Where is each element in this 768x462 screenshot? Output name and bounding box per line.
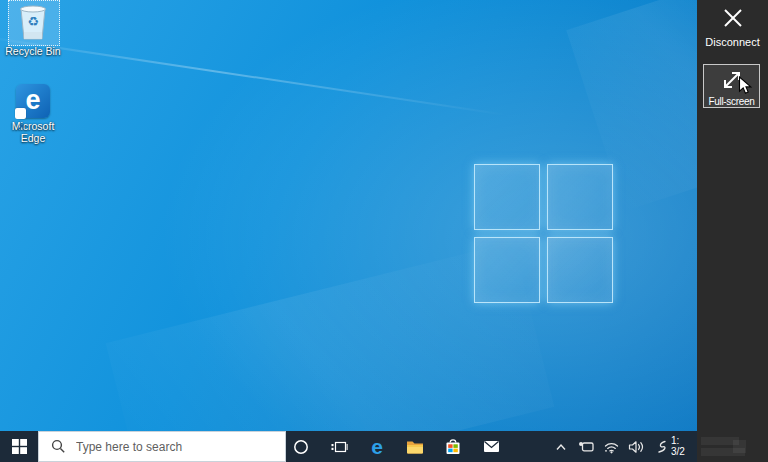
disconnect-label: Disconnect (697, 36, 768, 48)
taskbar-store-button[interactable] (434, 431, 472, 462)
wifi-icon[interactable] (602, 438, 620, 456)
windows-logo-pane (547, 164, 613, 230)
clock-time: 1: (671, 435, 685, 446)
task-view-icon (331, 440, 348, 454)
windows-logo-pane (474, 237, 540, 303)
cortana-icon (293, 439, 309, 455)
windows-start-icon (12, 439, 27, 454)
disconnect-button[interactable]: Disconnect (697, 6, 768, 48)
mouse-cursor (738, 76, 753, 100)
shortcut-arrow-icon (15, 108, 26, 119)
svg-text:♻: ♻ (27, 14, 39, 29)
windows-ink-icon[interactable] (652, 438, 670, 456)
windows-logo-pane (547, 237, 613, 303)
ghost-tray-reflection (733, 440, 746, 453)
close-icon (721, 6, 745, 30)
windows-logo-pane (474, 164, 540, 230)
edge-shortcut-icon: e (16, 84, 50, 118)
desktop-wallpaper (0, 0, 768, 462)
recycle-bin-icon: ♻ (15, 2, 51, 42)
volume-icon[interactable] (627, 438, 645, 456)
file-explorer-icon (406, 439, 424, 454)
clock-date: 3/2 (671, 446, 685, 457)
desktop-icon-label: Microsoft Edge (4, 121, 62, 144)
magnifier-icon (51, 439, 66, 454)
mail-icon (483, 440, 500, 453)
desktop-icon-label: Recycle Bin (0, 46, 66, 58)
microsoft-store-icon (445, 438, 461, 455)
windows-logo-wallpaper (474, 164, 613, 303)
hidden-icons-chevron[interactable] (552, 438, 570, 456)
taskbar-edge-button[interactable]: e (358, 431, 396, 462)
desktop-icon-microsoft-edge[interactable]: e Microsoft Edge (0, 84, 66, 144)
search-input[interactable] (74, 439, 285, 455)
start-button[interactable] (0, 431, 38, 462)
taskbar-file-explorer-button[interactable] (396, 431, 434, 462)
taskbar-search-box[interactable] (38, 431, 286, 462)
edge-e-glyph: e (25, 85, 40, 115)
pen-tablet-icon[interactable] (577, 438, 595, 456)
taskbar-task-view-button[interactable] (320, 431, 358, 462)
taskbar-clock[interactable]: 1: 3/2 (671, 435, 685, 457)
wallpaper-light-ray (0, 34, 507, 116)
taskbar-cortana-button[interactable] (282, 431, 320, 462)
remote-session-toolbar: Disconnect Full-screen (697, 0, 768, 462)
taskbar-mail-button[interactable] (472, 431, 510, 462)
system-tray (552, 431, 670, 462)
desktop-icon-recycle-bin[interactable]: ♻ Recycle Bin (0, 2, 66, 58)
edge-icon: e (371, 437, 383, 457)
